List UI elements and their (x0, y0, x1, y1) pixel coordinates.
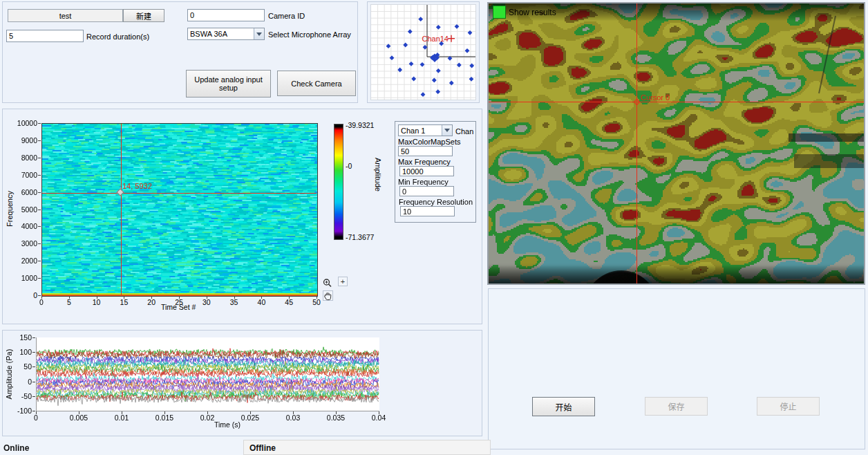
min-frequency-input[interactable] (399, 186, 454, 196)
mic-position-marker (390, 55, 395, 60)
x-tick-mark (379, 411, 379, 414)
pan-hand-tool-icon[interactable] (323, 290, 333, 301)
setup-panel: 新建 Record duration(s) Camera ID BSWA 36A… (2, 1, 358, 103)
camera-id-input[interactable] (187, 9, 265, 21)
mic-position-marker (421, 92, 426, 97)
y-tick-label: 6000 (10, 188, 37, 196)
mic-position-marker (469, 64, 474, 68)
mic-position-marker (436, 25, 441, 30)
mic-position-marker (409, 62, 414, 66)
cursor-move-tool-icon[interactable]: + (338, 277, 348, 286)
x-tick-mark (289, 296, 290, 299)
mic-position-marker (436, 68, 441, 73)
y-tick-label: -50 (6, 392, 32, 400)
camera-cursor-vline[interactable] (636, 3, 637, 284)
x-tick-mark (179, 296, 180, 299)
x-tick-mark (69, 296, 70, 299)
chevron-down-icon[interactable] (254, 28, 264, 39)
zoom-tool-icon[interactable] (321, 277, 333, 288)
x-tick-label: 0.035 (322, 414, 350, 422)
waveform-x-axis-title: Time (s) (214, 420, 240, 429)
x-tick-mark (293, 411, 294, 414)
camera-cursor-hline[interactable] (489, 102, 864, 102)
update-analog-input-button[interactable]: Update analog input setup (186, 70, 271, 98)
y-tick-label: 50 (6, 362, 32, 371)
maxcolormapsets-input[interactable] (398, 146, 453, 156)
x-tick-label: 0 (22, 414, 50, 422)
stop-button[interactable]: 停止 (757, 397, 820, 416)
start-button[interactable]: 开始 (532, 397, 595, 416)
mic-position-marker (418, 17, 423, 21)
mic-array-dropdown[interactable]: BSWA 36A (187, 28, 265, 40)
new-button[interactable]: 新建 (123, 9, 164, 22)
mic-position-marker (465, 48, 470, 53)
x-tick-label: 0.01 (108, 414, 135, 422)
x-tick-mark (151, 296, 152, 299)
y-tick-label: 2000 (10, 257, 37, 265)
x-tick-mark (79, 411, 79, 414)
y-tick-label: 5000 (10, 205, 37, 214)
camera-view[interactable]: Cursor 0 Show results (487, 2, 865, 285)
offline-status-text: Offline (249, 443, 276, 453)
x-tick-label: 20 (143, 298, 160, 306)
y-tick-label: 150 (6, 333, 32, 342)
spectrogram-cursor-vline[interactable] (121, 124, 122, 295)
offline-status-bar: Offline (243, 440, 491, 455)
y-tick-mark (32, 396, 35, 397)
spectrogram-plot[interactable] (41, 123, 318, 297)
mic-position-marker (469, 77, 474, 82)
colorbar-max-label: -39.9321 (346, 121, 374, 129)
amplitude-colorbar[interactable] (334, 124, 343, 240)
x-tick-label: 0 (33, 298, 50, 306)
frequency-resolution-input[interactable] (400, 206, 455, 216)
y-tick-label: 4000 (10, 222, 37, 230)
colorbar-title: Amplitude (374, 158, 382, 192)
y-tick-label: 3000 (10, 239, 37, 248)
mic-position-marker (408, 29, 413, 34)
check-camera-button[interactable]: Check Camera (277, 71, 356, 96)
spectrogram-cursor-hline[interactable] (42, 193, 317, 194)
record-duration-label: Record duration(s) (86, 32, 149, 41)
x-tick-label: 0.015 (151, 414, 178, 422)
channel-dropdown-value: Chan 1 (399, 127, 442, 135)
maxcolormapsets-label: MaxColorMapSets (398, 138, 460, 146)
x-tick-label: 40 (253, 298, 270, 306)
x-tick-label: 10 (88, 298, 105, 306)
y-tick-mark (38, 175, 41, 176)
x-tick-mark (261, 296, 262, 299)
y-tick-label: 0 (6, 378, 32, 386)
x-tick-label: 15 (115, 298, 132, 306)
max-frequency-input[interactable] (399, 166, 454, 176)
x-tick-mark (122, 411, 122, 414)
x-tick-label: 35 (226, 298, 243, 306)
x-tick-label: 5 (61, 298, 77, 306)
y-tick-mark (38, 226, 41, 227)
x-tick-label: 30 (198, 298, 215, 306)
chevron-down-icon[interactable] (442, 125, 452, 136)
y-tick-mark (32, 382, 35, 382)
x-tick-mark (234, 296, 235, 299)
y-tick-label: 9000 (10, 136, 37, 145)
y-tick-mark (32, 411, 35, 411)
channel-dropdown[interactable]: Chan 1 (398, 124, 453, 136)
save-button[interactable]: 保存 (645, 397, 708, 416)
waveform-plot[interactable] (36, 337, 379, 411)
colorbar-min-label: -71.3677 (346, 233, 374, 241)
y-tick-mark (38, 158, 41, 158)
x-tick-label: 0.03 (279, 414, 307, 422)
min-frequency-label: Min Frequency (398, 178, 449, 186)
x-tick-label: 0.04 (365, 414, 393, 422)
test-name-input[interactable] (8, 9, 123, 22)
x-tick-mark (97, 296, 97, 299)
show-results-label: Show results (509, 8, 556, 17)
record-duration-input[interactable] (6, 30, 84, 42)
show-results-toggle[interactable] (493, 6, 506, 19)
x-tick-mark (36, 411, 37, 414)
mic-array-plot[interactable]: Chan14 (370, 4, 476, 100)
acoustic-heatmap-image[interactable] (489, 3, 864, 284)
mic-array-label: Select Microphone Array (268, 30, 351, 39)
y-tick-label: 1000 (10, 274, 37, 282)
actions-panel: 开始 保存 停止 (488, 288, 865, 449)
spectrogram-x-axis-title: Time Set # (161, 303, 196, 311)
x-tick-mark (207, 411, 208, 414)
